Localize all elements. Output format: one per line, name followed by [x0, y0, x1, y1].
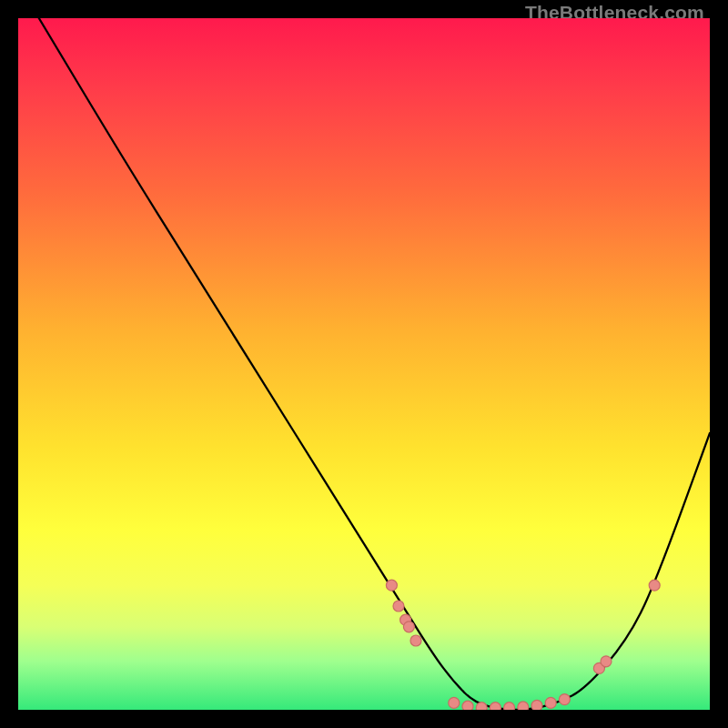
chart-area	[18, 18, 710, 710]
chart-background-gradient	[18, 18, 710, 710]
